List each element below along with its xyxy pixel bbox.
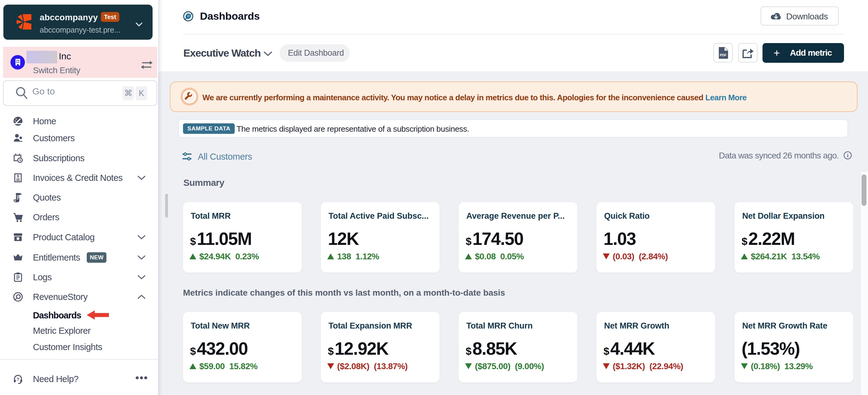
svg-text:$: $ [17,174,20,178]
svg-text:?: ? [17,377,20,382]
svg-text:PDF: PDF [720,53,726,57]
svg-text:i: i [847,153,848,158]
